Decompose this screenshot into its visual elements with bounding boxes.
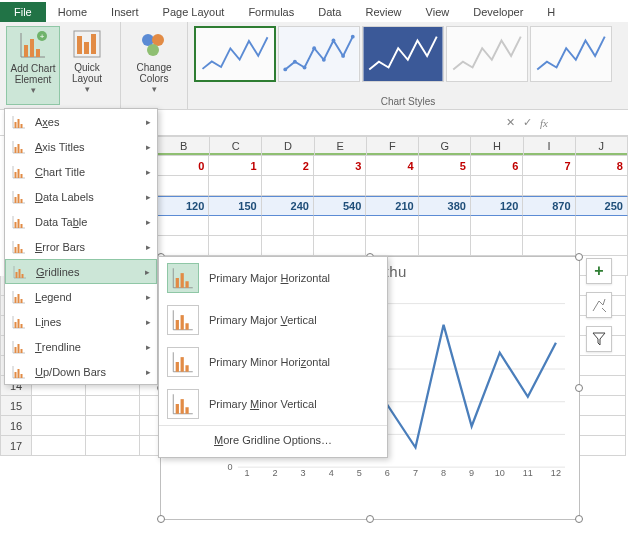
menu-item-lines[interactable]: Lines▸ — [5, 309, 157, 334]
submenu-more-gridline-options[interactable]: More Gridline Options… — [159, 425, 387, 453]
quick-layout-icon — [71, 28, 103, 60]
cell[interactable]: 240 — [262, 196, 314, 216]
enter-icon[interactable]: ✓ — [523, 116, 532, 129]
cell[interactable]: 870 — [523, 196, 575, 216]
col-head[interactable]: F — [367, 136, 419, 156]
menu-item-data-labels[interactable]: Data Labels▸ — [5, 184, 157, 209]
cell[interactable]: 5 — [419, 156, 471, 176]
menu-item-gridlines[interactable]: Gridlines▸ — [5, 259, 157, 284]
svg-text:7: 7 — [413, 468, 418, 478]
col-head[interactable]: J — [576, 136, 628, 156]
cell[interactable]: 4 — [366, 156, 418, 176]
tab-page-layout[interactable]: Page Layout — [151, 2, 237, 22]
svg-rect-82 — [22, 274, 24, 278]
cell[interactable] — [572, 396, 626, 416]
cell[interactable] — [32, 396, 86, 416]
add-chart-element-button[interactable]: + Add ChartElement ▾ — [6, 26, 60, 105]
row-head[interactable]: 15 — [0, 396, 32, 416]
cell[interactable]: 120 — [471, 196, 523, 216]
row-head[interactable]: 17 — [0, 436, 32, 456]
svg-rect-10 — [91, 34, 96, 54]
menu-item-chart-title[interactable]: Chart Title▸ — [5, 159, 157, 184]
menu-item-data-table[interactable]: Data Table▸ — [5, 209, 157, 234]
cell[interactable] — [32, 416, 86, 436]
chart-elements-button[interactable]: + — [586, 258, 612, 284]
submenu-item-primary-major-vertical[interactable]: Primary Major Vertical — [159, 299, 387, 341]
cell[interactable]: 8 — [576, 156, 628, 176]
ribbon: + Add ChartElement ▾ QuickLayout ▾ Chang… — [0, 22, 628, 110]
menu-item-up-down-bars[interactable]: Up/Down Bars▸ — [5, 359, 157, 384]
gridlines-submenu[interactable]: Primary Major HorizontalPrimary Major Ve… — [158, 256, 388, 458]
fx-icon[interactable]: fx — [540, 117, 548, 129]
chart-style-2[interactable] — [278, 26, 360, 82]
col-head[interactable]: G — [419, 136, 471, 156]
menu-item-error-bars[interactable]: Error Bars▸ — [5, 234, 157, 259]
svg-rect-80 — [16, 272, 18, 278]
submenu-item-primary-minor-horizontal[interactable]: Primary Minor Horizontal — [159, 341, 387, 383]
menu-item-legend[interactable]: Legend▸ — [5, 284, 157, 309]
svg-rect-77 — [21, 249, 23, 253]
menu-item-axes[interactable]: Axes▸ — [5, 109, 157, 134]
svg-point-16 — [293, 60, 297, 64]
cell[interactable] — [86, 396, 140, 416]
bars-icon — [10, 263, 30, 281]
bars-icon — [9, 138, 29, 156]
svg-rect-107 — [185, 281, 188, 288]
cell[interactable]: 7 — [523, 156, 575, 176]
cancel-icon[interactable]: ✕ — [506, 116, 515, 129]
chart-style-1[interactable] — [194, 26, 276, 82]
svg-rect-66 — [18, 194, 20, 203]
tab-developer[interactable]: Developer — [461, 2, 535, 22]
cell[interactable]: 120 — [157, 196, 209, 216]
cell[interactable]: 540 — [314, 196, 366, 216]
tab-insert[interactable]: Insert — [99, 2, 151, 22]
col-head[interactable]: I — [524, 136, 576, 156]
cell[interactable] — [572, 416, 626, 436]
svg-rect-70 — [15, 222, 17, 228]
cell[interactable] — [572, 356, 626, 376]
cell[interactable]: 2 — [262, 156, 314, 176]
add-chart-element-menu[interactable]: Axes▸Axis Titles▸Chart Title▸Data Labels… — [4, 108, 158, 385]
chart-styles-button[interactable] — [586, 292, 612, 318]
col-head[interactable]: C — [210, 136, 262, 156]
cell[interactable] — [572, 436, 626, 456]
bars-icon — [9, 363, 29, 381]
col-head[interactable]: H — [471, 136, 523, 156]
tab-extra[interactable]: H — [535, 2, 567, 22]
change-colors-button[interactable]: ChangeColors ▾ — [127, 26, 181, 105]
chart-style-4[interactable] — [446, 26, 528, 82]
cell[interactable]: 380 — [419, 196, 471, 216]
menu-item-axis-titles[interactable]: Axis Titles▸ — [5, 134, 157, 159]
cell[interactable] — [32, 436, 86, 456]
cell[interactable]: 0 — [157, 156, 209, 176]
tab-home[interactable]: Home — [46, 2, 99, 22]
cell[interactable] — [86, 416, 140, 436]
svg-text:8: 8 — [441, 468, 446, 478]
quick-layout-button[interactable]: QuickLayout ▾ — [60, 26, 114, 105]
chart-filters-button[interactable] — [586, 326, 612, 352]
tab-formulas[interactable]: Formulas — [236, 2, 306, 22]
tab-review[interactable]: Review — [353, 2, 413, 22]
chart-style-3[interactable] — [362, 26, 444, 82]
chart-style-5[interactable] — [530, 26, 612, 82]
cell[interactable]: 210 — [366, 196, 418, 216]
cell[interactable]: 3 — [314, 156, 366, 176]
svg-point-20 — [332, 39, 336, 43]
col-head[interactable]: E — [315, 136, 367, 156]
col-head[interactable]: D — [262, 136, 314, 156]
svg-rect-122 — [185, 407, 188, 414]
submenu-item-primary-minor-vertical[interactable]: Primary Minor Vertical — [159, 383, 387, 425]
col-head[interactable]: B — [158, 136, 210, 156]
tab-file[interactable]: File — [0, 2, 46, 22]
menu-item-trendline[interactable]: Trendline▸ — [5, 334, 157, 359]
bars-icon — [9, 313, 29, 331]
cell[interactable]: 6 — [471, 156, 523, 176]
submenu-item-primary-major-horizontal[interactable]: Primary Major Horizontal — [159, 257, 387, 299]
cell[interactable]: 250 — [576, 196, 628, 216]
row-head[interactable]: 16 — [0, 416, 32, 436]
cell[interactable]: 150 — [209, 196, 261, 216]
cell[interactable] — [86, 436, 140, 456]
tab-view[interactable]: View — [414, 2, 462, 22]
tab-data[interactable]: Data — [306, 2, 353, 22]
cell[interactable]: 1 — [209, 156, 261, 176]
